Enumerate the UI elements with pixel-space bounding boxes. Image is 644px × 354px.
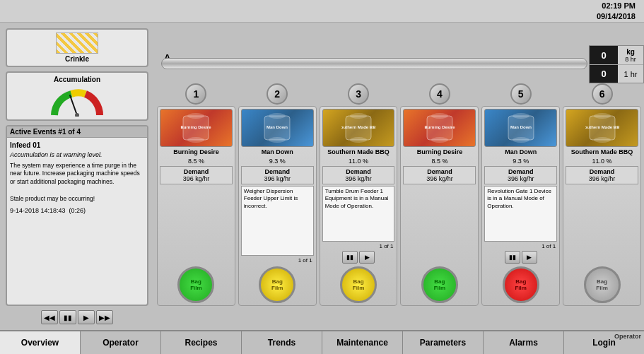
- svg-point-19: [513, 113, 529, 119]
- nav-item-parameters[interactable]: Parameters: [403, 331, 484, 354]
- demand-box-6: Demand396 kg/hr: [566, 166, 638, 184]
- bottom-nav: OverviewOperatorRecipesTrendsMaintenance…: [0, 330, 644, 354]
- play-button[interactable]: ▶: [78, 310, 95, 324]
- bag-film-btn-2[interactable]: BagFilm: [259, 266, 295, 303]
- product-image-2: Man Down: [241, 109, 314, 147]
- conveyor-area: A: [154, 45, 644, 88]
- bag-film-btn-3[interactable]: BagFilm: [340, 266, 377, 303]
- nav-item-login[interactable]: LoginOperator: [564, 331, 644, 354]
- operator-sublabel: Operator: [614, 333, 641, 340]
- svg-point-23: [594, 113, 611, 119]
- svg-point-15: [431, 113, 448, 119]
- crinkle-display: Crinkle: [6, 28, 148, 67]
- events-timestamp: 9-14-2018 14:18:43 (0:26): [10, 206, 144, 216]
- events-text: The system may experience a time purge i…: [10, 162, 144, 203]
- bag-film-btn-4[interactable]: BagFilm: [421, 266, 458, 303]
- play-ctrl-5[interactable]: ▶: [522, 251, 537, 264]
- nav-item-alarms[interactable]: Alarms: [484, 331, 564, 354]
- weight-row-1hr: 0 1 hr: [590, 64, 643, 83]
- demand-box-1: Demand396 kg/hr: [160, 166, 233, 184]
- svg-point-11: [350, 113, 367, 119]
- svg-text:Burning
Desire: Burning Desire: [181, 125, 212, 129]
- svg-point-8: [269, 137, 286, 143]
- scale-column-4: 4 Burning Desire Burning Desire8.5 %Dema…: [400, 83, 479, 306]
- svg-point-12: [350, 137, 367, 143]
- pause-button[interactable]: ▮▮: [59, 310, 76, 324]
- product-image-5: Man Down: [484, 109, 557, 147]
- scale-column-1: 1 Burning Desire Burning Desire8.5 %Dema…: [157, 83, 235, 306]
- bag-film-btn-1[interactable]: BagFilm: [177, 266, 214, 303]
- svg-point-16: [431, 137, 448, 143]
- scale-column-5: 5 Man Down Man Down9.3 %Demand396 kg/hrR…: [481, 83, 560, 306]
- conveyor-pipe: [161, 58, 587, 69]
- page-indicator-3: 1 of 1: [322, 243, 395, 249]
- nav-item-trends[interactable]: Trends: [242, 331, 322, 354]
- demand-label-5: Demand: [487, 168, 554, 175]
- svg-point-20: [513, 137, 529, 143]
- product-percent-2: 9.3 %: [269, 158, 286, 165]
- demand-label-3: Demand: [325, 168, 392, 175]
- svg-text:Man
Down: Man Down: [267, 125, 288, 129]
- product-image-4: Burning Desire: [403, 109, 476, 147]
- demand-label-4: Demand: [406, 168, 473, 175]
- column-inner-2: Man Down Man Down9.3 %Demand396 kg/hrWei…: [238, 106, 317, 306]
- demand-label-2: Demand: [244, 168, 311, 175]
- play-ctrl-3[interactable]: ▶: [359, 251, 375, 264]
- svg-point-24: [594, 137, 611, 143]
- page-indicator-5: 1 of 1: [484, 243, 557, 249]
- events-body: Infeed 01 Accumulation is at warning lev…: [7, 138, 147, 218]
- product-percent-6: 11.0 %: [592, 158, 612, 165]
- weight-value-8hr: 0: [590, 46, 618, 64]
- product-name-5: Man Down: [505, 148, 537, 156]
- product-image-3: Southern Made BBQ: [322, 109, 395, 147]
- demand-box-2: Demand396 kg/hr: [241, 166, 314, 184]
- product-percent-3: 11.0 %: [349, 158, 368, 165]
- product-name-4: Burning Desire: [417, 148, 463, 156]
- product-percent-5: 9.3 %: [513, 158, 529, 165]
- alert-box-3: Tumble Drum Feeder 1 Equipment is in a M…: [322, 186, 395, 242]
- svg-point-7: [269, 113, 286, 119]
- events-header: Active Events #1 of 4: [7, 126, 147, 138]
- demand-value-6: 396 kg/hr: [568, 175, 636, 182]
- bag-film-btn-6[interactable]: BagFilm: [584, 266, 621, 303]
- accumulation-display: Accumulation: [6, 71, 148, 121]
- column-number-4: 4: [429, 83, 450, 105]
- crinkle-pattern: [56, 33, 98, 54]
- bag-film-btn-5[interactable]: BagFilm: [503, 266, 539, 303]
- demand-value-4: 396 kg/hr: [406, 175, 473, 182]
- next-last-button[interactable]: ▶▶: [96, 310, 113, 324]
- column-number-2: 2: [267, 83, 288, 105]
- demand-value-2: 396 kg/hr: [244, 175, 311, 182]
- demand-value-1: 396 kg/hr: [163, 175, 230, 182]
- prev-first-button[interactable]: ◀◀: [41, 310, 58, 324]
- svg-line-0: [70, 95, 77, 115]
- scale-columns-area: 1 Burning Desire Burning Desire8.5 %Dema…: [154, 83, 644, 306]
- nav-item-overview[interactable]: Overview: [0, 331, 81, 354]
- product-name-1: Burning Desire: [173, 148, 219, 156]
- demand-label-1: Demand: [163, 168, 230, 175]
- active-events-panel: Active Events #1 of 4 Infeed 01 Accumula…: [6, 125, 148, 306]
- demand-box-4: Demand396 kg/hr: [403, 166, 476, 184]
- product-name-2: Man Down: [262, 148, 293, 156]
- left-panel: Crinkle Accumulation Active Events #1 of…: [0, 23, 154, 330]
- nav-item-recipes[interactable]: Recipes: [161, 331, 242, 354]
- accumulation-label: Accumulation: [54, 76, 100, 83]
- top-bar: 02:19 PM 09/14/2018: [0, 0, 644, 23]
- product-image-6: Southern Made BBQ: [566, 109, 638, 147]
- demand-value-3: 396 kg/hr: [325, 175, 392, 182]
- nav-item-maintenance[interactable]: Maintenance: [322, 331, 403, 354]
- column-number-3: 3: [348, 83, 369, 105]
- events-title: Infeed 01: [10, 141, 144, 151]
- product-name-6: Southern Made BBQ: [571, 148, 633, 156]
- alert-box-5: Revolution Gate 1 Device is in a Manual …: [484, 186, 557, 242]
- weight-period-8hr: 8 hr: [625, 56, 636, 63]
- svg-text:Southern
Made BBQ: Southern Made BBQ: [341, 125, 375, 129]
- datetime-display: 02:19 PM 09/14/2018: [597, 1, 636, 21]
- weight-unit: kg: [626, 48, 635, 56]
- scale-column-3: 3 Southern Made BBQ Southern Made BBQ11.…: [320, 83, 398, 306]
- product-percent-1: 8.5 %: [188, 158, 204, 165]
- pause-ctrl-3[interactable]: ▮▮: [342, 251, 358, 264]
- pause-ctrl-5[interactable]: ▮▮: [505, 251, 520, 264]
- nav-item-operator[interactable]: Operator: [81, 331, 161, 354]
- scale-column-2: 2 Man Down Man Down9.3 %Demand396 kg/hrW…: [238, 83, 317, 306]
